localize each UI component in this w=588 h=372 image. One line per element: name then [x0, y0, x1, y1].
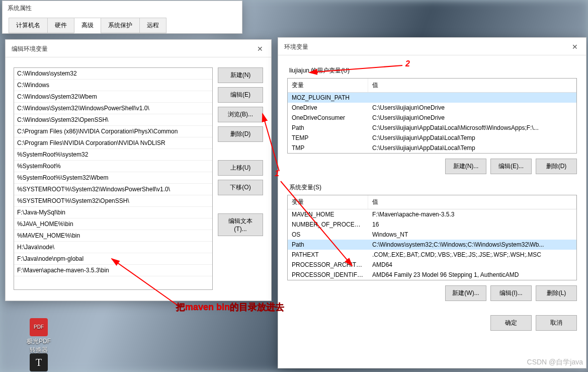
path-item[interactable]: C:\Program Files\NVIDIA Corporation\NVID… [14, 137, 212, 149]
ok-button[interactable]: 确定 [490, 315, 532, 331]
cancel-button[interactable]: 取消 [536, 315, 577, 331]
path-item[interactable]: F:\Java-MySql\bin [14, 207, 212, 218]
table-row[interactable]: PROCESSOR_ARCHITECT...AMD64 [288, 260, 576, 270]
path-item[interactable]: %MAVEN_HOME%\bin [14, 230, 212, 242]
table-row[interactable]: OneDriveC:\Users\liujiajun\OneDrive [288, 103, 576, 113]
edit-env-var-dialog: 编辑环境变量 ✕ C:\Windows\system32 C:\Windows … [5, 39, 272, 301]
system-properties-window: 系统属性 计算机名 硬件 高级 系统保护 远程 [2, 1, 242, 34]
browse-button[interactable]: 浏览(B)... [218, 107, 263, 122]
edit-text-button[interactable]: 编辑文本(T)... [218, 213, 263, 236]
table-row[interactable]: MOZ_PLUGIN_PATH [288, 93, 576, 103]
table-row[interactable]: PathC:\Windows\system32;C:\Windows;C:\Wi… [288, 240, 576, 250]
dialog-buttons: 确定 取消 [287, 315, 577, 331]
move-down-button[interactable]: 下移(O) [218, 180, 263, 195]
sys-vars-label: 系统变量(S) [287, 183, 577, 192]
path-item[interactable]: %JAVA_HOME%\bin [14, 218, 212, 230]
new-button[interactable]: 新建(N) [218, 67, 263, 83]
user-delete-button[interactable]: 删除(D) [536, 159, 577, 174]
editvar-button-column: 新建(N) 编辑(E) 浏览(B)... 删除(D) 上移(U) 下移(O) 编… [218, 67, 263, 290]
path-item[interactable]: %SystemRoot%\System32\Wbem [14, 172, 212, 184]
path-item[interactable]: C:\Windows\System32\OpenSSH\ [14, 114, 212, 126]
sysprop-title: 系统属性 [8, 4, 32, 13]
user-vars-label: liujiajun 的用户变量(U) [287, 66, 577, 75]
envvars-title: 环境变量 [284, 43, 308, 51]
path-item[interactable]: %SYSTEMROOT%\System32\WindowsPowerShell\… [14, 184, 212, 195]
path-item[interactable]: %SYSTEMROOT%\System32\OpenSSH\ [14, 195, 212, 207]
col-value: 值 [368, 195, 576, 209]
tab-computer-name[interactable]: 计算机名 [9, 18, 48, 33]
tab-hardware[interactable]: 硬件 [47, 18, 74, 33]
path-item[interactable]: C:\Program Files (x86)\NVIDIA Corporatio… [14, 126, 212, 137]
editvar-titlebar: 编辑环境变量 ✕ [6, 40, 271, 57]
desktop-icon-t[interactable]: T [26, 353, 51, 372]
user-vars-table: 变量 值 MOZ_PLUGIN_PATH OneDriveC:\Users\li… [287, 78, 577, 154]
path-item[interactable]: %SystemRoot% [14, 161, 212, 172]
delete-button[interactable]: 删除(D) [218, 126, 263, 142]
path-list[interactable]: C:\Windows\system32 C:\Windows C:\Window… [14, 67, 213, 290]
editvar-title: 编辑环境变量 [12, 45, 48, 53]
desktop-icon-pdf[interactable]: PDF 极光PDF转换器 [26, 318, 51, 354]
sys-vars-buttons: 新建(W)... 编辑(I)... 删除(L) [287, 285, 577, 301]
path-item[interactable]: C:\Windows\system32 [14, 68, 212, 80]
tab-system-protection[interactable]: 系统保护 [101, 18, 140, 33]
sys-edit-button[interactable]: 编辑(I)... [490, 285, 532, 301]
env-vars-dialog: 环境变量 ✕ liujiajun 的用户变量(U) 变量 值 MOZ_PLUGI… [278, 37, 586, 368]
col-variable: 变量 [288, 79, 368, 92]
table-header: 变量 值 [288, 195, 576, 209]
edit-button[interactable]: 编辑(E) [218, 87, 263, 103]
path-item[interactable]: %SystemRoot%\system32 [14, 149, 212, 161]
envvars-titlebar: 环境变量 ✕ [278, 38, 586, 55]
table-row[interactable]: MAVEN_HOMEF:\Maven\apache-maven-3.5.3 [288, 209, 576, 219]
table-row[interactable]: OneDriveConsumerC:\Users\liujiajun\OneDr… [288, 113, 576, 123]
col-variable: 变量 [288, 195, 368, 209]
close-icon[interactable]: ✕ [570, 42, 580, 52]
table-row[interactable]: PATHEXT.COM;.EXE;.BAT;.CMD;.VBS;.VBE;.JS… [288, 250, 576, 260]
sys-vars-table: 变量 值 MAVEN_HOMEF:\Maven\apache-maven-3.5… [287, 195, 577, 280]
tab-advanced[interactable]: 高级 [74, 18, 101, 33]
col-value: 值 [368, 79, 576, 92]
table-header: 变量 值 [288, 79, 576, 93]
path-item[interactable]: H:\Java\node\ [14, 242, 212, 253]
path-item[interactable]: C:\Windows [14, 80, 212, 91]
sysprop-titlebar: 系统属性 [3, 1, 242, 13]
desktop-icon-label: 极光PDF转换器 [26, 337, 51, 354]
sys-delete-button[interactable]: 删除(L) [536, 285, 577, 301]
table-row[interactable]: PROCESSOR_IDENTIFIERAMD64 Family 23 Mode… [288, 270, 576, 280]
table-row[interactable]: NUMBER_OF_PROCESSORS16 [288, 219, 576, 230]
path-item[interactable]: F:\Java\node\npm-global [14, 253, 212, 265]
table-row[interactable]: PathC:\Users\liujiajun\AppData\Local\Mic… [288, 123, 576, 133]
user-vars-buttons: 新建(N)... 编辑(E)... 删除(D) [287, 159, 577, 174]
path-item[interactable]: C:\Windows\System32\WindowsPowerShell\v1… [14, 103, 212, 114]
sysprop-tabs: 计算机名 硬件 高级 系统保护 远程 [3, 13, 242, 33]
table-row[interactable]: OSWindows_NT [288, 230, 576, 240]
table-row[interactable]: TEMPC:\Users\liujiajun\AppData\Local\Tem… [288, 133, 576, 143]
path-item[interactable]: F:\Maven\apache-maven-3.5.3\bin [14, 265, 212, 276]
user-edit-button[interactable]: 编辑(E)... [490, 159, 532, 174]
sys-new-button[interactable]: 新建(W)... [445, 285, 486, 301]
move-up-button[interactable]: 上移(U) [218, 160, 263, 176]
path-item[interactable]: C:\Windows\System32\Wbem [14, 91, 212, 103]
table-row[interactable]: TMPC:\Users\liujiajun\AppData\Local\Temp [288, 143, 576, 153]
tab-remote[interactable]: 远程 [139, 18, 166, 33]
user-new-button[interactable]: 新建(N)... [445, 159, 486, 174]
close-icon[interactable]: ✕ [255, 44, 265, 54]
